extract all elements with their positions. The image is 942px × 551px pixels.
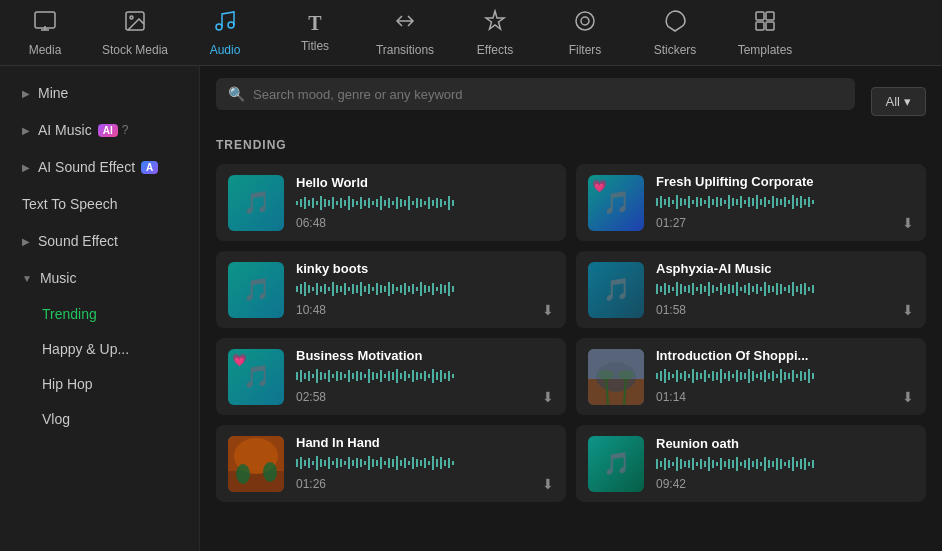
nav-transitions-label: Transitions bbox=[376, 43, 434, 57]
music-card-fresh[interactable]: 💗 🎵 Fresh Uplifting Corporate 01:27 bbox=[576, 164, 926, 241]
svg-rect-86 bbox=[796, 198, 798, 206]
svg-rect-132 bbox=[660, 286, 662, 292]
download-hand-icon[interactable]: ⬇ bbox=[542, 476, 554, 492]
svg-rect-337 bbox=[788, 460, 790, 468]
nav-templates[interactable]: Templates bbox=[720, 5, 810, 61]
sidebar-item-sound-effect[interactable]: ▶ Sound Effect bbox=[6, 223, 193, 259]
trending-section-title: TRENDING bbox=[216, 138, 926, 152]
sidebar-sub-hiphop[interactable]: Hip Hop bbox=[6, 367, 193, 401]
nav-titles[interactable]: T Titles bbox=[270, 8, 360, 57]
download-business-icon[interactable]: ⬇ bbox=[542, 389, 554, 405]
sidebar-sub-trending[interactable]: Trending bbox=[6, 297, 193, 331]
svg-rect-118 bbox=[404, 283, 406, 295]
svg-rect-77 bbox=[760, 199, 762, 205]
svg-rect-251 bbox=[784, 372, 786, 380]
svg-rect-109 bbox=[368, 284, 370, 294]
svg-rect-102 bbox=[340, 286, 342, 292]
music-info-fresh: Fresh Uplifting Corporate 01:27 ⬇ bbox=[656, 174, 914, 231]
svg-rect-275 bbox=[340, 459, 342, 467]
sidebar-sub-happy[interactable]: Happy & Up... bbox=[6, 332, 193, 366]
meta-intro: 01:14 ⬇ bbox=[656, 389, 914, 405]
music-title-reunion: Reunion oath bbox=[656, 436, 914, 451]
nav-filters[interactable]: Filters bbox=[540, 5, 630, 61]
sidebar-item-text-to-speech[interactable]: Text To Speech bbox=[6, 186, 193, 222]
nav-audio[interactable]: Audio bbox=[180, 5, 270, 61]
svg-rect-126 bbox=[436, 287, 438, 291]
music-card-reunion[interactable]: 🎵 Reunion oath 09:42 bbox=[576, 425, 926, 502]
duration-hand: 01:26 bbox=[296, 477, 326, 491]
svg-rect-88 bbox=[804, 199, 806, 205]
svg-rect-15 bbox=[312, 198, 314, 208]
media-icon bbox=[33, 9, 57, 39]
svg-rect-192 bbox=[380, 370, 382, 382]
svg-rect-91 bbox=[296, 286, 298, 292]
svg-rect-176 bbox=[316, 369, 318, 383]
svg-rect-120 bbox=[412, 284, 414, 294]
svg-rect-233 bbox=[712, 371, 714, 381]
svg-rect-339 bbox=[796, 461, 798, 467]
svg-rect-279 bbox=[356, 458, 358, 468]
music-card-hand-in-hand[interactable]: 💗 Hand In Hand bbox=[216, 425, 566, 502]
music-info-intro: Introduction Of Shoppi... 01:14 ⬇ bbox=[656, 348, 914, 405]
svg-rect-197 bbox=[400, 373, 402, 379]
svg-rect-230 bbox=[700, 373, 702, 379]
svg-rect-165 bbox=[792, 282, 794, 296]
svg-rect-111 bbox=[376, 283, 378, 295]
svg-rect-145 bbox=[712, 285, 714, 293]
svg-rect-47 bbox=[440, 199, 442, 207]
svg-rect-294 bbox=[416, 459, 418, 467]
download-asphyxia-icon[interactable]: ⬇ bbox=[902, 302, 914, 318]
svg-rect-26 bbox=[356, 201, 358, 205]
svg-rect-332 bbox=[768, 460, 770, 468]
svg-rect-123 bbox=[424, 285, 426, 293]
svg-rect-153 bbox=[744, 285, 746, 293]
filter-button[interactable]: All ▾ bbox=[871, 87, 926, 116]
svg-rect-191 bbox=[376, 373, 378, 379]
svg-rect-284 bbox=[376, 460, 378, 466]
nav-transitions[interactable]: Transitions bbox=[360, 5, 450, 61]
nav-effects[interactable]: Effects bbox=[450, 5, 540, 61]
download-fresh-icon[interactable]: ⬇ bbox=[902, 215, 914, 231]
svg-rect-228 bbox=[692, 369, 694, 383]
svg-rect-34 bbox=[388, 198, 390, 208]
music-card-business[interactable]: 💗 🎵 Business Motivation 02:58 bbox=[216, 338, 566, 415]
svg-rect-303 bbox=[452, 461, 454, 465]
svg-rect-85 bbox=[792, 195, 794, 209]
nav-stickers[interactable]: Stickers bbox=[630, 5, 720, 61]
music-card-intro-shopping[interactable]: Introduction Of Shoppi... 01:14 ⬇ bbox=[576, 338, 926, 415]
svg-rect-154 bbox=[748, 283, 750, 295]
svg-rect-283 bbox=[372, 459, 374, 467]
download-kinky-icon[interactable]: ⬇ bbox=[542, 302, 554, 318]
thumb-hand: 💗 bbox=[228, 436, 284, 492]
sidebar-sub-vlog[interactable]: Vlog bbox=[6, 402, 193, 436]
svg-rect-94 bbox=[308, 285, 310, 293]
sidebar-item-ai-sound-effect[interactable]: ▶ AI Sound Effect A bbox=[6, 149, 193, 185]
templates-icon bbox=[753, 9, 777, 39]
svg-rect-38 bbox=[404, 200, 406, 206]
music-card-hello-world[interactable]: 🎵 Hello World 06:48 bbox=[216, 164, 566, 241]
sidebar-item-mine[interactable]: ▶ Mine bbox=[6, 75, 193, 111]
svg-rect-128 bbox=[444, 285, 446, 293]
svg-rect-142 bbox=[700, 284, 702, 294]
nav-media[interactable]: Media bbox=[0, 5, 90, 61]
nav-stock-media[interactable]: Stock Media bbox=[90, 5, 180, 61]
duration-asphyxia: 01:58 bbox=[656, 303, 686, 317]
business-heart-badge: 💗 bbox=[232, 353, 247, 367]
svg-rect-314 bbox=[696, 462, 698, 466]
sidebar-item-music[interactable]: ▼ Music bbox=[6, 260, 193, 296]
svg-rect-227 bbox=[688, 374, 690, 378]
svg-rect-164 bbox=[788, 285, 790, 293]
sidebar-happy-label: Happy & Up... bbox=[42, 341, 129, 357]
search-input[interactable] bbox=[253, 87, 843, 102]
svg-rect-287 bbox=[388, 458, 390, 468]
music-card-asphyxia[interactable]: 🎵 Asphyxia-AI Music 01:58 ⬇ bbox=[576, 251, 926, 328]
svg-rect-122 bbox=[420, 282, 422, 296]
svg-rect-27 bbox=[360, 197, 362, 209]
sidebar-item-ai-music[interactable]: ▶ AI Music AI ? bbox=[6, 112, 193, 148]
svg-rect-39 bbox=[408, 196, 410, 210]
search-container: 🔍 bbox=[216, 78, 855, 110]
svg-rect-232 bbox=[708, 374, 710, 378]
download-intro-icon[interactable]: ⬇ bbox=[902, 389, 914, 405]
svg-rect-60 bbox=[692, 200, 694, 204]
music-card-kinky[interactable]: 🎵 kinky boots 10:48 ⬇ bbox=[216, 251, 566, 328]
